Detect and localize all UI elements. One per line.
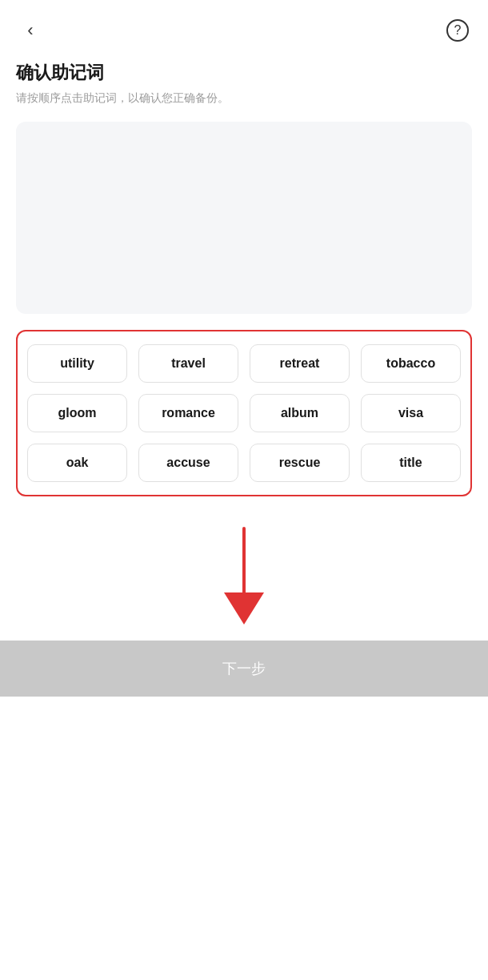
word-chip-album[interactable]: album — [250, 394, 350, 432]
word-grid: utilitytravelretreattobaccogloomromancea… — [27, 344, 461, 482]
arrow-container — [0, 512, 488, 641]
word-chip-title[interactable]: title — [361, 444, 461, 482]
word-chip-romance[interactable]: romance — [138, 394, 238, 432]
next-button[interactable]: 下一步 — [0, 641, 488, 697]
word-chip-tobacco[interactable]: tobacco — [361, 344, 461, 383]
word-chip-travel[interactable]: travel — [138, 344, 238, 383]
word-chip-retreat[interactable]: retreat — [250, 344, 350, 383]
back-icon: ‹ — [27, 20, 33, 41]
word-grid-container: utilitytravelretreattobaccogloomromancea… — [16, 330, 472, 496]
bottom-section: 下一步 — [0, 512, 488, 697]
page-subtitle: 请按顺序点击助记词，以确认您正确备份。 — [16, 91, 472, 106]
word-chip-gloom[interactable]: gloom — [27, 394, 127, 432]
back-button[interactable]: ‹ — [16, 16, 45, 45]
header: ‹ ? — [0, 0, 488, 53]
word-chip-accuse[interactable]: accuse — [138, 444, 238, 482]
arrow-icon — [212, 520, 276, 633]
word-chip-visa[interactable]: visa — [361, 394, 461, 432]
word-chip-utility[interactable]: utility — [27, 344, 127, 383]
page-title: 确认助记词 — [16, 61, 472, 85]
word-chip-rescue[interactable]: rescue — [250, 444, 350, 482]
help-icon: ? — [446, 19, 469, 42]
word-display-area — [16, 122, 472, 314]
word-chip-oak[interactable]: oak — [27, 444, 127, 482]
page-content: 确认助记词 请按顺序点击助记词，以确认您正确备份。 utilitytravelr… — [0, 53, 488, 496]
svg-marker-1 — [224, 592, 264, 625]
help-button[interactable]: ? — [443, 16, 472, 45]
